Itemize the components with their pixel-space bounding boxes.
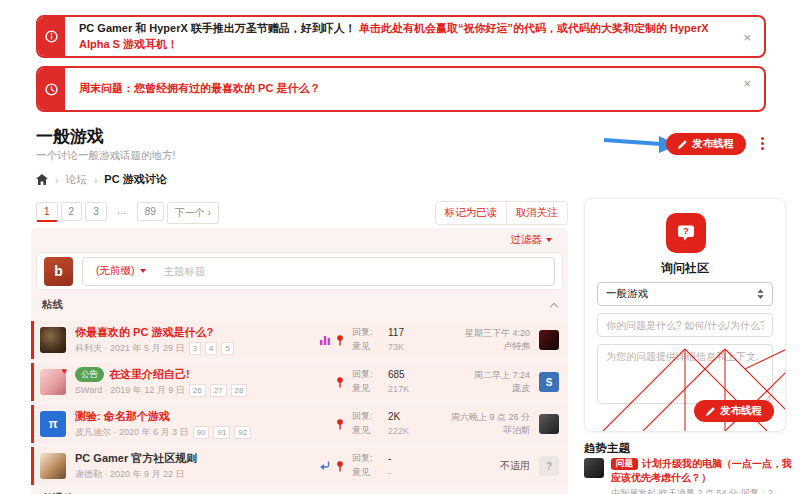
page-button-1[interactable]: 1 [36,202,58,222]
page-link[interactable]: 26 [189,384,206,397]
thread-list-panel: 过滤器 b (无前缀) 粘线 你最喜欢的 PC 游戏是什么? 科利夫 · 202… [31,228,568,494]
breadcrumb: › 论坛 › PC 游戏讨论 [36,172,167,187]
last-post-date[interactable]: 周六晚上 9 点 26 分 [432,411,530,424]
views-label: 意见 [352,340,380,354]
promo-banner: PC Gamer 和 HyperX 联手推出万圣节赠品，好到吓人！ 单击此处有机… [36,15,766,58]
views-count: 73K [388,341,432,354]
avatar[interactable] [40,327,66,353]
filter-button[interactable]: 过滤器 [511,233,553,247]
banner-link[interactable]: 周末问题：您曾经拥有过的最喜欢的 PC 是什么？ [79,81,320,97]
page-link[interactable]: 27 [210,384,227,397]
page-title: 一般游戏 [36,125,104,148]
page-link[interactable]: 90 [193,426,210,439]
banner-text: PC Gamer 和 HyperX 联手推出万圣节赠品，好到吓人！ [79,22,356,34]
thread-row[interactable]: PC Gamer 官方社区规则 谢德勒 · 2020 年 9 月 22 日 回复… [31,447,568,485]
replies-count: 117 [388,326,432,341]
thread-row[interactable]: 公告 在这里介绍自己! SWard · 2019 年 12 月 9 日 26 2… [31,363,568,401]
last-post-user[interactable]: 庞皮 [432,382,530,395]
page-subtitle: 一个讨论一般游戏话题的地方! [36,149,175,163]
more-options-icon[interactable] [761,137,764,150]
question-details-textarea[interactable] [597,344,773,404]
collapse-icon[interactable] [550,302,558,310]
avatar[interactable]: ? [539,456,559,476]
pin-icon [336,461,344,472]
ask-post-thread-button[interactable]: 发布线程 [694,400,774,422]
replies-label: 回复: [352,452,380,466]
thread-title-input[interactable] [155,265,555,277]
question-badge: 问题 [611,458,638,471]
question-input[interactable] [597,313,773,337]
pin-icon [336,419,344,430]
reply-arrow-icon [320,461,330,471]
breadcrumb-current[interactable]: PC 游戏讨论 [104,172,166,187]
page-link[interactable]: 3 [189,342,201,355]
svg-text:?: ? [683,225,689,236]
category-select[interactable]: 一般游戏 [597,282,773,306]
trending-item[interactable]: 问题计划升级我的电脑（一点一点，我应该优先考虑什么？） 由智叟发起·昨天凌晨 2… [584,457,796,494]
chevron-down-icon [140,269,146,273]
last-post-date[interactable]: 周二早上 7:24 [432,369,530,382]
page-link[interactable]: 4 [205,342,217,355]
last-post-user[interactable]: 菲泊斯 [432,424,530,437]
pin-icon [336,335,344,346]
last-post-user[interactable]: 卢特弗 [432,340,530,353]
trending-section-title: 趋势主题 [584,441,630,456]
page-link[interactable]: 28 [231,384,248,397]
chevron-right-icon: › [94,174,98,186]
pin-icon [336,377,344,388]
thread-title[interactable]: 在这里介绍自己! [109,367,190,382]
pencil-icon [706,407,715,416]
breadcrumb-forum[interactable]: 论坛 [66,173,87,187]
thread-author-date: 科利夫 · 2021 年 5 月 29 日 [75,342,185,355]
replies-label: 回复: [352,368,380,382]
avatar[interactable] [539,330,559,350]
thread-title[interactable]: 你最喜欢的 PC 游戏是什么? [75,325,213,340]
avatar[interactable]: b [44,257,73,286]
section-title: 粘线 [42,298,63,312]
avatar[interactable] [40,369,66,395]
thread-title[interactable]: PC Gamer 官方社区规则 [75,451,197,466]
last-post-date[interactable]: 星期三下午 4:20 [432,327,530,340]
close-icon[interactable]: × [743,77,751,90]
replies-label: 回复: [352,410,380,424]
close-icon[interactable]: × [743,31,751,44]
thread-row[interactable]: π 测验: 命名那个游戏 皮凡迪尔 · 2020 年 6 月 3 日 90 91… [31,405,568,443]
unfollow-button[interactable]: 取消关注 [506,202,567,224]
page-button-2[interactable]: 2 [61,202,83,221]
last-post-date: 不适用 [432,459,530,474]
ask-community-card: ? 询问社区 一般游戏 发布线程 [584,198,786,432]
thread-row[interactable]: 你最喜欢的 PC 游戏是什么? 科利夫 · 2021 年 5 月 29 日 3 … [31,321,568,359]
replies-count: 685 [388,368,432,383]
chevron-down-icon [546,238,552,242]
avatar[interactable]: π [40,411,66,437]
next-page-button[interactable]: 下一个 › [167,202,219,224]
views-count: 217K [388,383,432,396]
avatar[interactable]: S [539,372,559,392]
prefix-dropdown[interactable]: (无前缀) [83,264,155,278]
new-thread-row: b (无前缀) [37,253,562,289]
question-bubble-icon: ? [666,213,706,253]
pencil-icon [678,140,687,149]
info-icon [38,17,65,56]
updown-arrows-icon [757,289,764,299]
page-ellipsis: … [110,202,134,219]
page-link[interactable]: 92 [234,426,251,439]
avatar[interactable] [584,458,604,478]
views-label: 意见 [352,382,380,396]
page-button-89[interactable]: 89 [137,202,164,221]
trending-thread-title[interactable]: 计划升级我的电脑（一点一点，我应该优先考虑什么？） [611,458,792,483]
page-link[interactable]: 5 [221,342,233,355]
ask-community-title: 询问社区 [585,260,785,277]
home-icon[interactable] [36,174,48,185]
mark-read-button[interactable]: 标记为已读 [436,202,507,224]
pagination: 1 2 3 … 89 下一个 › [36,202,219,224]
avatar[interactable] [539,414,559,434]
avatar[interactable] [40,453,66,479]
post-thread-button[interactable]: 发布线程 [666,133,746,155]
replies-label: 回复: [352,326,380,340]
trending-thread-meta: 由智叟发起·昨天凌晨 2 点 54 分·回复：2 [611,487,796,494]
page-button-3[interactable]: 3 [85,202,107,221]
thread-title[interactable]: 测验: 命名那个游戏 [75,409,170,424]
views-label: 意见 [352,466,380,480]
page-link[interactable]: 91 [213,426,230,439]
